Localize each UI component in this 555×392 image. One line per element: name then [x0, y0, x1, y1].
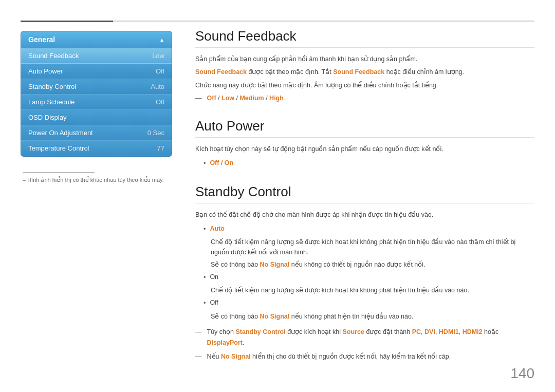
hdmi2-label: HDMI2: [462, 328, 483, 335]
pc-label: PC: [412, 328, 421, 335]
standby-auto-sub1: Chế độ tiết kiệm năng lượng sẽ được kích…: [211, 237, 534, 257]
section-sound-feedback: Sound Feedback Sản phẩm của bạn cung cấp…: [195, 28, 534, 104]
displayport-label: DisplayPort: [207, 339, 243, 346]
standby-option-auto: Auto: [210, 223, 224, 234]
section-auto-power: Auto Power Kích hoạt tùy chọn này sẽ tự …: [195, 118, 534, 170]
opt-medium: Medium: [239, 95, 264, 102]
sound-feedback-options: — Off / Low / Medium / High: [195, 93, 534, 104]
top-accent-bar: [21, 21, 113, 22]
source-label: Source: [343, 328, 364, 335]
standby-option-off: Off: [210, 297, 218, 308]
sidebar-item-power-on-adjustment[interactable]: Power On Adjustment 0 Sec: [21, 125, 172, 141]
bullet-auto: • Auto: [203, 223, 534, 235]
standby-auto-sub2: Sẽ có thông báo No Signal nếu không có t…: [211, 259, 534, 270]
sidebar-title: General: [28, 35, 55, 44]
sidebar-item-sound-feedback[interactable]: Sound Feedback Low: [21, 48, 172, 64]
sidebar-item-auto-power[interactable]: Auto Power Off: [21, 64, 172, 79]
sidebar-item-value: Off: [156, 98, 164, 106]
standby-control-p1: Bạn có thể đặt chế độ chờ cho màn hình đ…: [195, 210, 534, 220]
sidebar-note: – Hình ảnh hiển thị có thể khác nhau tùy…: [21, 172, 172, 183]
sidebar-item-label: Standby Control: [28, 83, 76, 90]
standby-off-sub: Sẽ có thông báo No Signal nếu không phát…: [211, 311, 534, 322]
sidebar-note-divider: [23, 172, 95, 173]
dvi-label: DVI: [424, 328, 435, 335]
auto-power-bullets: • Off / On: [203, 158, 534, 169]
opt-high: High: [269, 95, 284, 102]
standby-note-2: — Nếu No Signal hiển thị cho dù thiết bị…: [195, 351, 534, 362]
sidebar-item-value: Low: [152, 52, 164, 60]
bullet-on: • On: [203, 272, 534, 283]
bullet-off: • Off: [203, 297, 534, 309]
auto-power-p1: Kích hoạt tùy chọn này sẽ tự động bật ng…: [195, 144, 534, 155]
no-signal-3: No Signal: [221, 353, 251, 360]
sidebar-item-label: OSD Display: [28, 114, 66, 121]
main-content: Sound Feedback Sản phẩm của bạn cung cấp…: [195, 28, 534, 371]
auto-power-title: Auto Power: [195, 118, 534, 138]
sound-feedback-p3: Chức năng này được bật theo mặc định. Âm…: [195, 80, 534, 91]
sidebar-arrow-icon: ▲: [159, 37, 164, 43]
sidebar-item-label: Temperature Control: [28, 144, 89, 152]
sidebar-item-value: 0 Sec: [147, 129, 164, 137]
sidebar-item-label: Auto Power: [28, 67, 63, 75]
sound-feedback-body: Sản phẩm của bạn cung cấp phản hồi âm th…: [195, 54, 534, 104]
sidebar-item-label: Power On Adjustment: [28, 129, 93, 137]
auto-power-body: Kích hoạt tùy chọn này sẽ tự động bật ng…: [195, 144, 534, 170]
sidebar-item-standby-control[interactable]: Standby Control Auto: [21, 79, 172, 95]
sound-feedback-p2: Sound Feedback được bật theo mặc định. T…: [195, 67, 534, 78]
sound-feedback-p1: Sản phẩm của bạn cung cấp phản hồi âm th…: [195, 54, 534, 65]
standby-note-1: — Tùy chọn Standby Control được kích hoạ…: [195, 327, 534, 349]
sidebar-item-osd-display[interactable]: OSD Display: [21, 110, 172, 125]
sidebar-note-text: – Hình ảnh hiển thị có thể khác nhau tùy…: [23, 177, 172, 183]
bullet-auto-power-option: • Off / On: [203, 158, 534, 169]
sidebar-item-value: Auto: [151, 83, 164, 90]
sidebar-header: General ▲: [21, 31, 172, 48]
opt-low: Low: [221, 95, 234, 102]
sidebar-panel: General ▲ Sound Feedback Low Auto Power …: [21, 31, 172, 183]
section-standby-control: Standby Control Bạn có thể đặt chế độ ch…: [195, 184, 534, 363]
standby-control-title: Standby Control: [195, 184, 534, 203]
page-number: 140: [510, 365, 534, 382]
sidebar-menu: General ▲ Sound Feedback Low Auto Power …: [21, 31, 172, 157]
standby-control-note-label: Standby Control: [235, 328, 285, 335]
highlight-sound-feedback2: Sound Feedback: [333, 68, 384, 76]
standby-control-body: Bạn có thể đặt chế độ chờ cho màn hình đ…: [195, 210, 534, 363]
sidebar-item-temperature-control[interactable]: Temperature Control 77: [21, 141, 172, 156]
sidebar-item-lamp-schedule[interactable]: Lamp Schedule Off: [21, 95, 172, 110]
standby-on-sub: Chế độ tiết kiệm năng lượng sẽ được kích…: [211, 285, 534, 295]
standby-option-on: On: [210, 272, 218, 283]
sidebar-item-label: Sound Feedback: [28, 52, 79, 60]
opt-off: Off: [207, 95, 216, 102]
standby-control-bullets: • Auto Chế độ tiết kiệm năng lượng sẽ đư…: [203, 223, 534, 322]
auto-power-option: Off / On: [210, 159, 233, 166]
sidebar-item-label: Lamp Schedule: [28, 98, 75, 106]
highlight-sound-feedback: Sound Feedback: [195, 68, 247, 76]
sound-feedback-title: Sound Feedback: [195, 28, 534, 48]
hdmi1-label: HDMI1: [439, 328, 459, 335]
no-signal-1: No Signal: [260, 261, 290, 268]
sidebar-item-value: 77: [157, 144, 164, 152]
no-signal-2: No Signal: [260, 313, 290, 320]
sidebar-item-value: Off: [156, 67, 164, 75]
